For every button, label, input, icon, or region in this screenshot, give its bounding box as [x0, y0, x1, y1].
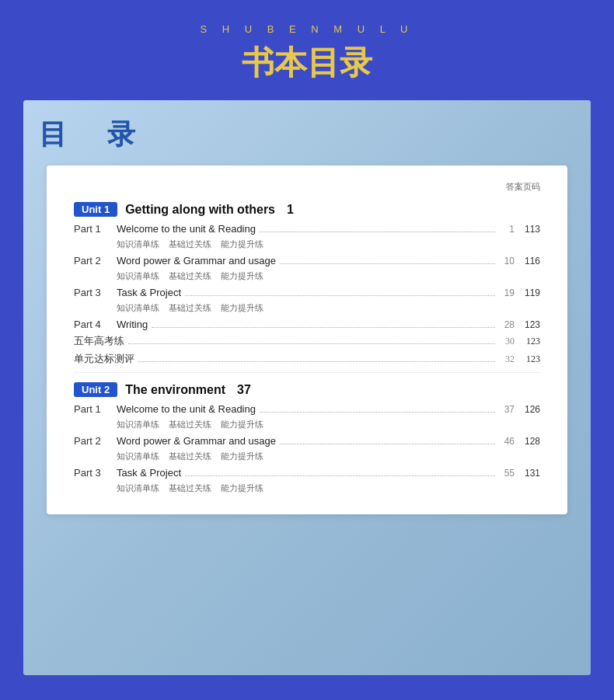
unit1-part4-answer: 123	[521, 319, 540, 330]
unit1-part3-title: Task & Project	[117, 287, 181, 298]
unit1-part2-row: Part 2 Word power & Grammar and usage 10…	[74, 255, 540, 266]
unit1-heading: Unit 1 Getting along with others 1	[74, 202, 540, 217]
pinyin-text: S H U B E N M U L U	[0, 23, 614, 35]
page-header: S H U B E N M U L U 书本目录	[0, 0, 614, 100]
unit1-gaokao-title: 五年高考练	[74, 334, 124, 348]
unit1-test-title: 单元达标测评	[74, 352, 134, 366]
sub-label-3: 能力提升练	[221, 239, 263, 250]
unit1-gaokao-dots	[128, 343, 495, 344]
answer-header: 答案页码	[74, 181, 540, 193]
sub-label-11: 基础过关练	[169, 419, 211, 430]
unit1-test-page: 32	[499, 353, 515, 365]
unit1-part1-row: Part 1 Welcome to the unit & Reading 1 1…	[74, 223, 540, 235]
unit2-part1-sublabels: 知识清单练 基础过关练 能力提升练	[117, 419, 540, 430]
unit1-part4-page: 28	[499, 319, 515, 330]
unit1-title: Getting along with others	[125, 203, 275, 217]
sub-label-8: 基础过关练	[169, 302, 211, 314]
unit1-part1-title: Welcome to the unit & Reading	[117, 223, 256, 235]
sub-label-12: 能力提升练	[221, 419, 263, 430]
unit1-part2-sublabels: 知识清单练 基础过关练 能力提升练	[117, 270, 540, 282]
unit1-test-answer: 123	[521, 353, 540, 365]
unit2-badge: Unit 2	[74, 382, 117, 397]
unit2-part1-title: Welcome to the unit & Reading	[117, 403, 256, 415]
unit2-part2-sublabels: 知识清单练 基础过关练 能力提升练	[117, 451, 540, 462]
unit1-part3-page: 19	[499, 287, 515, 298]
sub-label-6: 能力提升练	[221, 270, 263, 282]
unit1-part4-dots	[152, 327, 495, 328]
unit1-part1-label: Part 1	[74, 223, 117, 235]
unit1-badge: Unit 1	[74, 202, 117, 217]
unit2-part2-page: 46	[499, 436, 515, 447]
sub-label-9: 能力提升练	[221, 302, 263, 314]
sub-label-10: 知识清单练	[117, 419, 159, 430]
unit1-part2-answer: 116	[521, 256, 540, 266]
unit2-part3-page: 55	[499, 468, 515, 479]
unit1-part2-page: 10	[499, 256, 515, 266]
sub-label-13: 知识清单练	[117, 451, 159, 462]
unit2-part3-row: Part 3 Task & Project 55 131	[74, 467, 540, 479]
unit1-page: 1	[287, 203, 294, 217]
unit2-part3-title: Task & Project	[117, 467, 181, 479]
unit2-part3-label: Part 3	[74, 467, 117, 479]
unit1-part2-label: Part 2	[74, 255, 117, 266]
unit1-part3-label: Part 3	[74, 287, 117, 298]
divider1	[74, 372, 540, 373]
book-container: 目 录 答案页码 Unit 1 Getting along with other…	[23, 100, 591, 675]
unit2-part3-sublabels: 知识清单练 基础过关练 能力提升练	[117, 482, 540, 494]
unit1-part3-answer: 119	[521, 287, 540, 298]
unit2-part3-answer: 131	[521, 468, 540, 479]
sub-label-14: 基础过关练	[169, 451, 211, 462]
unit1-part1-page: 1	[499, 224, 515, 235]
unit1-part3-sublabels: 知识清单练 基础过关练 能力提升练	[117, 302, 540, 314]
sub-label-1: 知识清单练	[117, 239, 159, 250]
unit2-page: 37	[237, 383, 251, 397]
sub-label-2: 基础过关练	[169, 239, 211, 250]
unit1-part4-title: Writing	[117, 319, 148, 330]
sub-label-5: 基础过关练	[169, 270, 211, 282]
unit1-gaokao-answer: 123	[521, 336, 540, 347]
unit2-part1-row: Part 1 Welcome to the unit & Reading 37 …	[74, 403, 540, 415]
sub-label-15: 能力提升练	[221, 451, 263, 462]
unit1-part1-sublabels: 知识清单练 基础过关练 能力提升练	[117, 239, 540, 250]
mu-lu-title: 目 录	[39, 116, 575, 154]
unit2-part1-label: Part 1	[74, 403, 117, 415]
unit2-part2-label: Part 2	[74, 435, 117, 447]
sub-label-16: 知识清单练	[117, 482, 159, 494]
unit1-part1-dots	[260, 232, 495, 232]
toc-card: 答案页码 Unit 1 Getting along with others 1 …	[47, 165, 567, 514]
unit2-heading: Unit 2 The environment 37	[74, 382, 540, 397]
unit2-part2-answer: 128	[521, 436, 540, 447]
unit2-part1-page: 37	[499, 404, 515, 415]
sub-label-18: 能力提升练	[221, 482, 263, 494]
unit1-test-dots	[138, 361, 495, 362]
unit1-gaokao-page: 30	[499, 336, 515, 347]
unit2-part2-title: Word power & Grammar and usage	[117, 435, 276, 447]
unit1-part4-label: Part 4	[74, 319, 117, 330]
unit2-title: The environment	[125, 383, 225, 397]
unit1-test-row: 单元达标测评 32 123	[74, 352, 540, 366]
unit1-part3-dots	[185, 295, 495, 296]
unit1-part2-dots	[280, 263, 495, 264]
unit2-part2-row: Part 2 Word power & Grammar and usage 46…	[74, 435, 540, 447]
unit1-part2-title: Word power & Grammar and usage	[117, 255, 276, 266]
unit1-part3-row: Part 3 Task & Project 19 119	[74, 287, 540, 298]
sub-label-4: 知识清单练	[117, 270, 159, 282]
unit1-part1-answer: 113	[521, 224, 540, 235]
unit2-part1-dots	[260, 412, 495, 413]
unit2-part2-dots	[280, 444, 495, 444]
unit2-part3-dots	[185, 475, 495, 476]
chinese-title: 书本目录	[0, 41, 614, 85]
unit1-gaokao-row: 五年高考练 30 123	[74, 334, 540, 348]
sub-label-7: 知识清单练	[117, 302, 159, 314]
sub-label-17: 基础过关练	[169, 482, 211, 494]
unit1-part4-row: Part 4 Writing 28 123	[74, 319, 540, 330]
unit2-part1-answer: 126	[521, 404, 540, 415]
